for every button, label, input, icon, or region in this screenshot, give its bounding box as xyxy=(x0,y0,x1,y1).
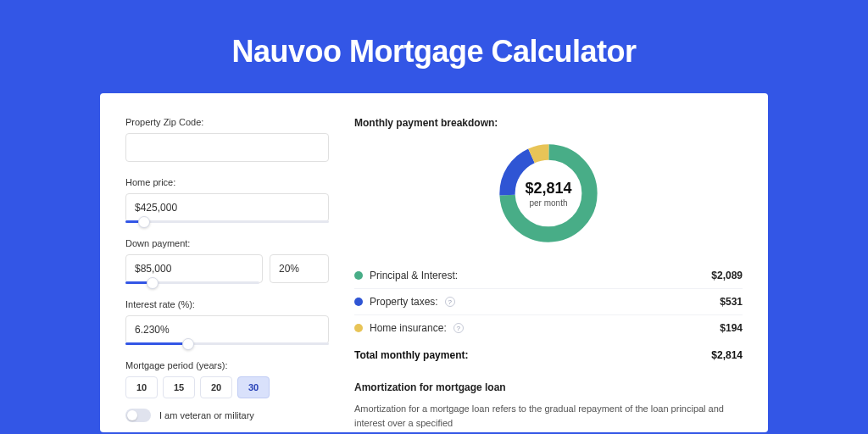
slider-thumb[interactable] xyxy=(138,216,150,228)
interest-rate-label: Interest rate (%): xyxy=(125,299,329,309)
breakdown-item-value: $194 xyxy=(720,322,743,334)
inputs-panel: Property Zip Code: Home price: Down paym… xyxy=(125,117,329,409)
mortgage-period-field: Mortgage period (years): 10152030 xyxy=(125,360,329,398)
donut-center-amount: $2,814 xyxy=(525,180,571,198)
calculator-card: Property Zip Code: Home price: Down paym… xyxy=(100,93,768,432)
donut-chart: $2,814 per month xyxy=(354,139,743,248)
breakdown-item-label: Property taxes: xyxy=(370,296,438,308)
breakdown-row: Home insurance:?$194 xyxy=(354,315,743,341)
period-option-20[interactable]: 20 xyxy=(200,376,232,398)
amortization-text: Amortization for a mortgage loan refers … xyxy=(354,402,743,430)
zip-label: Property Zip Code: xyxy=(125,117,329,127)
period-option-15[interactable]: 15 xyxy=(163,376,195,398)
interest-rate-slider[interactable] xyxy=(125,342,329,345)
total-value: $2,814 xyxy=(711,349,743,361)
down-payment-slider[interactable] xyxy=(125,281,259,284)
period-option-10[interactable]: 10 xyxy=(125,376,158,398)
page-title: Nauvoo Mortgage Calculator xyxy=(0,0,868,93)
donut-center-sub: per month xyxy=(525,198,571,208)
home-price-field: Home price: xyxy=(125,177,329,223)
legend-dot xyxy=(354,298,363,306)
interest-rate-input[interactable] xyxy=(125,315,329,344)
total-label: Total monthly payment: xyxy=(354,349,468,361)
zip-input[interactable] xyxy=(125,133,329,162)
home-price-input[interactable] xyxy=(125,193,329,222)
down-payment-field: Down payment: xyxy=(125,238,329,284)
breakdown-item-value: $2,089 xyxy=(711,270,743,281)
zip-field: Property Zip Code: xyxy=(125,117,329,162)
breakdown-row: Property taxes:?$531 xyxy=(354,289,743,315)
amortization-title: Amortization for mortgage loan xyxy=(354,381,743,393)
legend-dot xyxy=(354,271,363,280)
slider-thumb[interactable] xyxy=(182,338,194,350)
interest-rate-field: Interest rate (%): xyxy=(125,299,329,345)
veteran-row: I am veteran or military xyxy=(125,409,329,422)
down-payment-label: Down payment: xyxy=(125,238,329,248)
breakdown-item-label: Principal & Interest: xyxy=(370,270,458,281)
down-payment-percent-input[interactable] xyxy=(270,254,329,283)
breakdown-item-label: Home insurance: xyxy=(370,322,447,334)
legend-dot xyxy=(354,324,363,332)
help-icon[interactable]: ? xyxy=(445,297,455,307)
slider-thumb[interactable] xyxy=(147,277,159,289)
breakdown-row: Principal & Interest:$2,089 xyxy=(354,263,743,289)
home-price-label: Home price: xyxy=(125,177,329,187)
period-option-30[interactable]: 30 xyxy=(237,376,270,398)
breakdown-item-value: $531 xyxy=(720,296,743,308)
total-row: Total monthly payment: $2,814 xyxy=(354,341,743,375)
breakdown-title: Monthly payment breakdown: xyxy=(354,117,743,129)
veteran-toggle[interactable] xyxy=(125,409,151,422)
breakdown-panel: Monthly payment breakdown: $2,814 per mo… xyxy=(354,117,743,409)
help-icon[interactable]: ? xyxy=(453,323,464,333)
down-payment-amount-input[interactable] xyxy=(125,254,263,283)
veteran-label: I am veteran or military xyxy=(159,410,254,420)
mortgage-period-label: Mortgage period (years): xyxy=(125,360,329,370)
home-price-slider[interactable] xyxy=(125,220,329,223)
